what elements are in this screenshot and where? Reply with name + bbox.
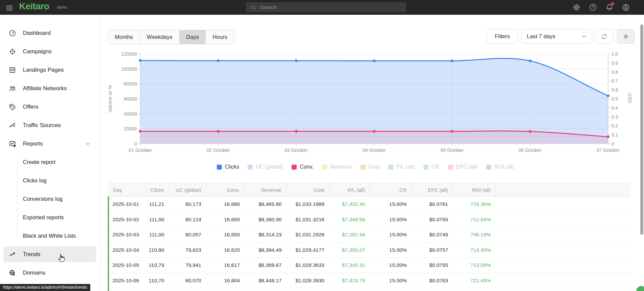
sidebar-item-offers[interactable]: $ Offers [0,98,100,116]
cell-p-l-all: $7,340.31 [329,258,370,273]
legend-item-revenue[interactable]: Revenue [322,164,352,170]
cell-clicks: 111,00 [147,212,169,227]
column-header-roi-all[interactable]: ROI (all) [453,183,496,197]
legend-item-uc-global[interactable]: UC (global) [248,164,283,170]
help-button[interactable]: ? [589,3,597,11]
cell-cost: $1,029.3633 [286,258,329,273]
cell-day: 2025-10-04 [108,242,147,258]
svg-text:06 October: 06 October [518,148,542,153]
svg-text:0.9: 0.9 [611,60,618,66]
chevron-down-icon [581,33,587,40]
domains-icon [9,269,16,277]
svg-text:0.8: 0.8 [611,69,618,75]
sidebar-subitem-conversions-log[interactable]: Conversions log [0,190,100,208]
cell-clicks: 111,21 [147,197,169,212]
global-search [246,2,406,12]
legend-item-epc-all[interactable]: EPC (all) [448,164,478,170]
bell-button[interactable] [605,3,613,11]
topbar-actions: ? [573,3,630,11]
sidebar-item-reports[interactable]: Reports [0,134,100,153]
legend-swatch [424,165,429,170]
tab-hours[interactable]: Hours [205,30,234,44]
svg-text:100000: 100000 [121,66,137,72]
cell-conv: 16,617 [206,258,245,273]
sidebar-item-trends[interactable]: Trends [0,245,100,264]
traffic-sources-icon [9,122,16,129]
sidebar-item-dashboard[interactable]: Dashboard [0,24,100,42]
legend-label: UC (global) [256,164,283,170]
cell-clicks: 110,70 [147,273,169,288]
sidebar-subitem-label: Clicks log [23,177,47,184]
column-header-p-l-all[interactable]: P/L (all) [329,183,370,197]
granularity-tabs: MonthsWeekdaysDaysHours [108,30,234,44]
chat-widget-button[interactable] [636,286,644,291]
cell-cost: $1,031.3216 [286,212,329,227]
top-bar: Keitaro demo ? [0,0,644,15]
legend-label: ROI (all) [494,164,514,170]
sidebar-subitem-black-and-white-lists[interactable]: Black and White Lists [0,227,100,245]
column-header-revenue[interactable]: Revenue [245,183,286,197]
cell-cost: $1,031.2928 [286,227,329,243]
gear-icon [573,3,581,11]
column-header-cr[interactable]: CR [370,183,411,197]
column-header-clicks[interactable]: Clicks [147,183,169,197]
sidebar-item-traffic-sources[interactable]: Traffic Sources [0,116,100,134]
search-input[interactable] [260,4,395,11]
cell-epc-all: $0.0755 [411,212,453,227]
column-header-day[interactable]: Day [108,183,147,197]
legend-item-cr[interactable]: CR [424,164,439,170]
legend-swatch [248,165,253,170]
cell-clicks: 110,79 [147,258,169,273]
search-icon [250,5,256,10]
legend-item-cost[interactable]: Cost [360,164,380,170]
legend-item-conv[interactable]: Conv. [292,164,313,170]
svg-text:0.7: 0.7 [611,78,618,83]
sidebar-item-affiliate-networks[interactable]: Affiliate Networks [0,79,100,98]
legend-item-roi-all[interactable]: ROI (all) [486,164,514,170]
sidebar-item-landings-pages[interactable]: Landings Pages [0,61,100,79]
legend-label: Clicks [225,164,239,170]
legend-label: Cost [368,164,380,170]
svg-text:0: 0 [611,141,614,147]
cell-uc-global: 80,173 [169,197,206,212]
hamburger-menu-icon[interactable] [6,6,13,10]
column-header-uc-global[interactable]: UC (global) [169,183,206,197]
column-header-conv[interactable]: Conv. [206,183,245,197]
gear-button[interactable] [573,3,581,11]
svg-text:0.2: 0.2 [611,123,618,128]
cell-clicks: 64,11 [147,288,169,291]
user-button[interactable] [622,3,630,11]
sidebar-subitem-exported-reports[interactable]: Exported reports [0,208,100,227]
legend-item-p-l-all[interactable]: P/L (all) [388,164,415,170]
env-badge: demo [57,5,67,10]
svg-text:USD: USD [627,93,633,103]
sidebar-item-label: Dashboard [23,30,51,37]
sidebar-item-campaigns[interactable]: Campaigns [0,42,100,61]
cell-p-l-all: $7,419.78 [329,273,370,288]
column-header-epc-all[interactable]: EPC (all) [411,183,453,197]
cell-epc-all: $0.0713 [411,288,453,291]
table-row: 2025-10-04110,8079,82316,620$8,384.49$1,… [108,242,630,258]
vertical-scrollbar-thumb[interactable] [640,24,643,235]
svg-text:20000: 20000 [124,126,137,131]
sidebar-subitem-create-report[interactable]: Create report [0,153,100,171]
tab-weekdays[interactable]: Weekdays [140,30,179,44]
cell-roi-all: 700.7% [453,288,496,291]
tab-months[interactable]: Months [108,30,140,44]
cell-p-l-all: $4,096.04 [329,288,370,291]
tab-days[interactable]: Days [179,30,206,44]
sidebar-subitem-clicks-log[interactable]: Clicks log [0,171,100,190]
legend-swatch [292,165,297,170]
legend-item-clicks[interactable]: Clicks [217,164,239,170]
table-row: 2025-10-06110,7080,07016,604$8,448.17$1,… [108,273,630,288]
table-row: 2025-10-02111,0080,12416,650$8,380.90$1,… [108,212,630,227]
user-icon [622,3,630,11]
column-header-cost[interactable]: Cost [286,183,329,197]
cell-roi-all: 721.49% [453,273,496,288]
cell-revenue: $8,465.60 [245,197,286,212]
sidebar-item-label: Domains [23,270,45,276]
svg-text:0.6: 0.6 [611,87,618,93]
cell-cr: 15.00% [370,212,411,227]
svg-text:0.4: 0.4 [611,105,618,111]
sidebar-item-domains[interactable]: Domains [0,264,100,282]
